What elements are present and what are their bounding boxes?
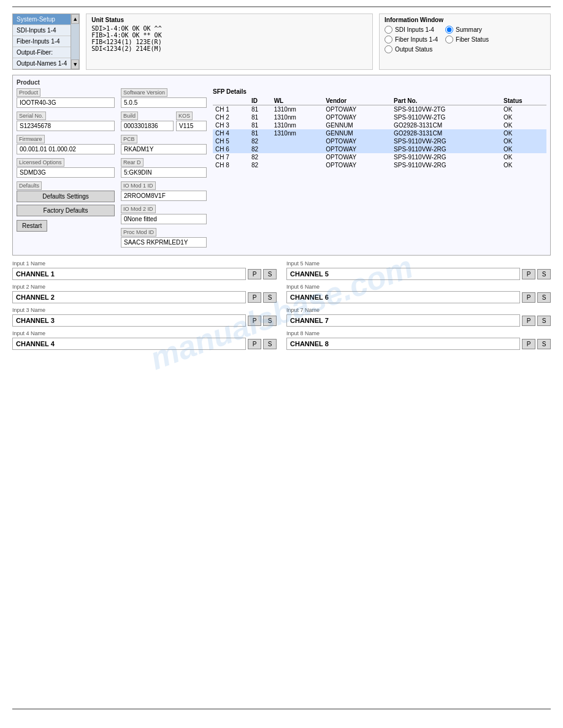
- input-5-s-button[interactable]: S: [537, 269, 551, 279]
- sfp-cell-1-3: OPTOWAY: [323, 105, 391, 114]
- radio-summary-label: Summary: [456, 26, 482, 33]
- radio-fiber-inputs-label: Fiber Inputs 1-4: [395, 36, 438, 43]
- input-6-field[interactable]: [286, 291, 520, 303]
- sfp-cell-8-0: CH 8: [213, 161, 249, 169]
- proc-mod-field: Proc Mod ID SAACS RKPRMLED1Y: [121, 228, 207, 248]
- input-4-field[interactable]: [12, 338, 246, 350]
- sfp-cell-5-1: 82: [249, 137, 272, 145]
- serial-value: S12345678: [17, 121, 115, 131]
- sfp-cell-4-3: GENNUM: [323, 129, 391, 137]
- sfp-cell-3-5: OK: [501, 121, 546, 129]
- radio-summary-input[interactable]: [445, 26, 453, 34]
- io-mod2-value: 0None fitted: [121, 214, 207, 224]
- input-6-group: Input 6 Name P S: [286, 284, 551, 303]
- sfp-col-wl: WL: [272, 97, 324, 105]
- radio-fiber-status[interactable]: Fiber Status: [445, 36, 489, 44]
- sfp-cell-4-0: CH 4: [213, 129, 249, 137]
- info-window-title: Information Window: [385, 17, 545, 23]
- defaults-label: Defaults: [17, 181, 42, 190]
- sfp-header-row: ID WL Vendor Part No. Status: [213, 97, 546, 105]
- sfp-cell-6-3: OPTOWAY: [323, 145, 391, 153]
- product-field: Product IOOTR40-3G: [17, 88, 115, 108]
- input-5-p-button[interactable]: P: [522, 269, 535, 279]
- radio-sdi-inputs-input[interactable]: [385, 26, 393, 34]
- nav-item-fiber-inputs[interactable]: Fiber-Inputs 1-4: [13, 36, 71, 47]
- product-label: Product: [17, 88, 40, 97]
- sfp-cell-7-2: [272, 153, 324, 161]
- input-4-s-button[interactable]: S: [263, 339, 277, 349]
- input-8-p-button[interactable]: P: [522, 339, 535, 349]
- input-1-field[interactable]: [12, 268, 246, 280]
- input-7-field[interactable]: [286, 314, 520, 327]
- sfp-cell-6-1: 82: [249, 145, 272, 153]
- input-3-p-button[interactable]: P: [248, 316, 261, 326]
- radio-fiber-inputs-input[interactable]: [385, 36, 393, 44]
- input-8-s-button[interactable]: S: [537, 339, 551, 349]
- licensed-label: Licensed Options: [17, 158, 64, 167]
- radio-sdi-inputs[interactable]: SDI Inputs 1-4: [385, 26, 438, 34]
- input-2-s-button[interactable]: S: [263, 292, 277, 303]
- nav-scroll-up[interactable]: ▲: [71, 14, 79, 24]
- input-2-p-button[interactable]: P: [248, 292, 261, 303]
- input-1-s-button[interactable]: S: [263, 269, 277, 279]
- sfp-row-2: CH 2811310nmOPTOWAYSPS-9110VW-2TGOK: [213, 113, 546, 121]
- licensed-field: Licensed Options SDMD3G: [17, 158, 115, 178]
- radio-output-status-input[interactable]: [385, 45, 393, 53]
- product-section: Product Product IOOTR40-3G Serial No. S1…: [12, 75, 551, 256]
- sfp-cell-7-1: 82: [249, 153, 272, 161]
- restart-button[interactable]: Restart: [17, 220, 47, 232]
- unit-status-panel: Unit Status SDI>1-4:OK OK OK ^^ FIB>1-4:…: [86, 13, 373, 70]
- nav-item-system-setup[interactable]: System-Setup: [13, 14, 71, 25]
- sfp-cell-8-4: SPS-9110VW-2RG: [391, 161, 501, 169]
- sfp-cell-8-5: OK: [501, 161, 546, 169]
- sfp-cell-4-2: 1310nm: [272, 129, 324, 137]
- radio-output-status[interactable]: Output Status: [385, 45, 438, 53]
- input-6-label: Input 6 Name: [286, 284, 551, 290]
- factory-defaults-button[interactable]: Factory Defaults: [17, 205, 115, 216]
- sfp-row-5: CH 582OPTOWAYSPS-9110VW-2RGOK: [213, 137, 546, 145]
- input-8-field[interactable]: [286, 338, 520, 350]
- io-mod2-label: IO Mod 2 ID: [121, 205, 156, 213]
- info-window-col1: SDI Inputs 1-4 Fiber Inputs 1-4 Output S…: [385, 26, 438, 53]
- radio-summary[interactable]: Summary: [445, 26, 489, 34]
- input-4-group: Input 4 Name P S: [12, 330, 277, 350]
- input-7-s-button[interactable]: S: [537, 316, 551, 326]
- input-2-label: Input 2 Name: [12, 284, 277, 290]
- radio-fiber-inputs[interactable]: Fiber Inputs 1-4: [385, 36, 438, 44]
- sfp-cell-8-3: OPTOWAY: [323, 161, 391, 169]
- sfp-cell-2-5: OK: [501, 113, 546, 121]
- unit-status-line2: FIB>1-4:OK OK ** OK: [91, 32, 367, 39]
- input-2-row: P S: [12, 291, 277, 303]
- nav-item-sdi-inputs[interactable]: SDI-Inputs 1-4: [13, 25, 71, 36]
- input-5-label: Input 5 Name: [286, 260, 551, 267]
- nav-item-output-names[interactable]: Output-Names 1-4: [13, 58, 71, 69]
- defaults-settings-button[interactable]: Defaults Settings: [17, 191, 115, 202]
- kos-label: KOS: [176, 112, 193, 120]
- sfp-cell-4-4: GO2928-3131CM: [391, 129, 501, 137]
- input-3-group: Input 3 Name P S: [12, 307, 277, 327]
- licensed-value: SDMD3G: [17, 167, 115, 178]
- input-1-p-button[interactable]: P: [248, 269, 261, 279]
- sfp-cell-2-2: 1310nm: [272, 113, 324, 121]
- nav-item-output-fiber[interactable]: Output-Fiber:: [13, 47, 71, 58]
- sfp-cell-4-1: 81: [249, 129, 272, 137]
- input-6-s-button[interactable]: S: [537, 292, 551, 303]
- input-5-field[interactable]: [286, 268, 520, 280]
- io-mod1-field: IO Mod 1 ID 2RROOM8V1F: [121, 181, 207, 201]
- sfp-cell-7-0: CH 7: [213, 153, 249, 161]
- sfp-cell-2-4: SPS-9110VW-2TG: [391, 113, 501, 121]
- input-4-p-button[interactable]: P: [248, 339, 261, 349]
- input-2-field[interactable]: [12, 291, 246, 303]
- input-3-s-button[interactable]: S: [263, 316, 277, 326]
- input-7-p-button[interactable]: P: [522, 316, 535, 326]
- product-left-col: Product IOOTR40-3G Serial No. S12345678 …: [17, 88, 115, 251]
- sfp-cell-3-2: 1310nm: [272, 121, 324, 129]
- input-6-p-button[interactable]: P: [522, 292, 535, 303]
- nav-scroll-down[interactable]: ▼: [71, 59, 79, 69]
- input-3-field[interactable]: [12, 314, 246, 327]
- radio-fiber-status-label: Fiber Status: [456, 36, 489, 43]
- radio-fiber-status-input[interactable]: [445, 36, 453, 44]
- input-7-row: P S: [286, 314, 551, 327]
- sfp-cell-6-2: [272, 145, 324, 153]
- kos-field: KOS V115: [176, 112, 207, 131]
